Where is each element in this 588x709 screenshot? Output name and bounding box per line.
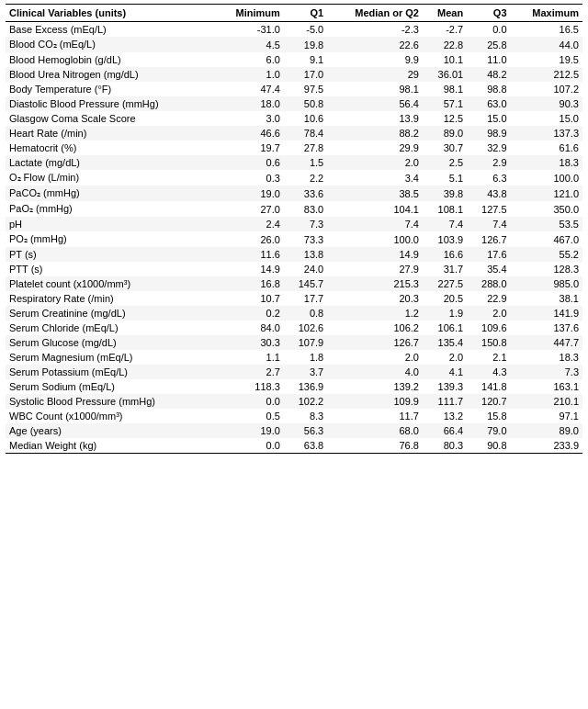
cell-value: 24.0 [284,262,327,276]
cell-value: 11.7 [327,409,423,423]
cell-value: 17.7 [284,291,327,306]
cell-value: 26.0 [215,231,284,247]
cell-variable-name: Body Temperature (°F) [6,82,215,96]
cell-value: 10.1 [423,52,467,67]
cell-value: 80.3 [423,438,467,454]
cell-value: 15.8 [467,409,510,423]
cell-value: 447.7 [511,335,582,350]
table-row: PO₂ (mmHg)26.073.3100.0103.9126.7467.0 [6,231,582,247]
table-row: Glasgow Coma Scale Score3.010.613.912.51… [6,111,582,126]
cell-value: 22.9 [467,291,510,306]
cell-variable-name: PO₂ (mmHg) [6,231,215,247]
cell-value: 2.0 [327,350,423,365]
table-row: Lactate (mg/dL)0.61.52.02.52.918.3 [6,155,582,170]
col-header-variable: Clinical Variables (units) [6,5,215,22]
cell-variable-name: Serum Chloride (mEq/L) [6,321,215,335]
cell-value: 19.7 [215,141,284,155]
table-row: Body Temperature (°F)47.497.598.198.198.… [6,82,582,96]
cell-value: 1.5 [284,155,327,170]
cell-value: 48.2 [467,67,510,82]
cell-value: 139.3 [423,379,467,394]
cell-value: 7.4 [327,217,423,231]
cell-value: 210.1 [511,394,582,409]
cell-value: 4.5 [215,37,284,52]
cell-value: 107.2 [511,82,582,96]
cell-value: 1.8 [284,350,327,365]
cell-value: 22.6 [327,37,423,52]
cell-value: 136.9 [284,379,327,394]
cell-value: 10.7 [215,291,284,306]
cell-value: -2.3 [327,22,423,38]
table-row: Blood CO₂ (mEq/L)4.519.822.622.825.844.0 [6,37,582,52]
cell-value: 73.3 [284,231,327,247]
table-row: Respiratory Rate (/min)10.717.720.320.52… [6,291,582,306]
cell-value: 212.5 [511,67,582,82]
col-header-q3: Q3 [467,5,510,22]
cell-value: 17.6 [467,247,510,262]
cell-value: -2.7 [423,22,467,38]
cell-value: 4.1 [423,365,467,379]
cell-variable-name: Heart Rate (/min) [6,126,215,141]
cell-variable-name: Serum Creatinine (mg/dL) [6,306,215,321]
cell-value: 14.9 [327,247,423,262]
cell-variable-name: WBC Count (x1000/mm³) [6,409,215,423]
cell-value: 108.1 [423,201,467,217]
cell-variable-name: Blood Hemoglobin (g/dL) [6,52,215,67]
cell-value: 10.6 [284,111,327,126]
cell-value: 2.0 [423,350,467,365]
cell-variable-name: PaO₂ (mmHg) [6,201,215,217]
cell-value: 102.6 [284,321,327,335]
cell-variable-name: Serum Potassium (mEq/L) [6,365,215,379]
cell-value: 25.8 [467,37,510,52]
cell-value: 141.8 [467,379,510,394]
cell-value: 83.0 [284,201,327,217]
col-header-q1: Q1 [284,5,327,22]
cell-value: 0.3 [215,170,284,186]
table-row: PaO₂ (mmHg)27.083.0104.1108.1127.5350.0 [6,201,582,217]
cell-value: 19.5 [511,52,582,67]
table-row: Serum Creatinine (mg/dL)0.20.81.21.92.01… [6,306,582,321]
cell-value: 2.9 [467,155,510,170]
table-row: Median Weight (kg)0.063.876.880.390.8233… [6,438,582,454]
cell-value: 0.0 [215,394,284,409]
cell-variable-name: Serum Magnesium (mEq/L) [6,350,215,365]
cell-value: 102.2 [284,394,327,409]
table-row: PTT (s)14.924.027.931.735.4128.3 [6,262,582,276]
cell-value: 43.8 [467,186,510,201]
cell-value: 6.0 [215,52,284,67]
cell-value: 61.6 [511,141,582,155]
table-row: O₂ Flow (L/min)0.32.23.45.16.3100.0 [6,170,582,186]
col-header-median: Median or Q2 [327,5,423,22]
cell-value: 98.1 [327,82,423,96]
cell-value: 0.8 [284,306,327,321]
cell-variable-name: Platelet count (x1000/mm³) [6,276,215,291]
cell-value: 103.9 [423,231,467,247]
cell-value: 104.1 [327,201,423,217]
cell-value: 106.1 [423,321,467,335]
cell-value: 163.1 [511,379,582,394]
cell-value: 29.9 [327,141,423,155]
cell-variable-name: pH [6,217,215,231]
cell-value: 18.3 [511,350,582,365]
cell-value: 97.1 [511,409,582,423]
cell-value: 11.6 [215,247,284,262]
cell-value: 56.3 [284,423,327,438]
cell-value: 47.4 [215,82,284,96]
cell-value: 18.0 [215,96,284,111]
cell-value: 57.1 [423,96,467,111]
cell-value: 18.3 [511,155,582,170]
table-row: PaCO₂ (mmHg)19.033.638.539.843.8121.0 [6,186,582,201]
cell-value: 6.3 [467,170,510,186]
cell-value: 1.1 [215,350,284,365]
cell-value: 150.8 [467,335,510,350]
cell-value: 98.1 [423,82,467,96]
cell-value: 0.0 [215,438,284,454]
cell-value: 4.0 [327,365,423,379]
table-row: Base Excess (mEq/L)-31.0-5.0-2.3-2.70.01… [6,22,582,38]
cell-value: 7.3 [284,217,327,231]
cell-value: 89.0 [511,423,582,438]
cell-value: 0.5 [215,409,284,423]
cell-value: 84.0 [215,321,284,335]
cell-value: 19.0 [215,423,284,438]
clinical-variables-table: Clinical Variables (units) Minimum Q1 Me… [6,4,582,454]
